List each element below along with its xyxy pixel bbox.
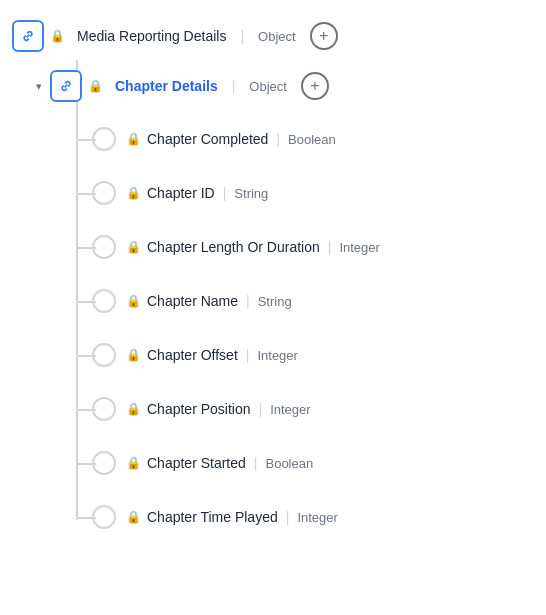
field-type-divider: | bbox=[223, 185, 227, 201]
media-reporting-divider: | bbox=[240, 28, 244, 44]
field-lock-icon: 🔒 bbox=[126, 456, 141, 470]
field-type-divider: | bbox=[254, 455, 258, 471]
field-type: Boolean bbox=[265, 456, 313, 471]
field-row: 🔒Chapter Offset|Integer bbox=[0, 328, 546, 382]
fields-list: 🔒Chapter Completed|Boolean🔒Chapter ID|St… bbox=[0, 112, 546, 544]
field-type-divider: | bbox=[286, 509, 290, 525]
field-row: 🔒Chapter Started|Boolean bbox=[0, 436, 546, 490]
chapter-details-link-btn[interactable] bbox=[50, 70, 82, 102]
field-label: Chapter Position bbox=[147, 401, 251, 417]
field-lock-icon: 🔒 bbox=[126, 240, 141, 254]
chapter-details-lock-icon: 🔒 bbox=[88, 79, 103, 93]
field-type-divider: | bbox=[328, 239, 332, 255]
field-type-divider: | bbox=[246, 347, 250, 363]
field-lock-icon: 🔒 bbox=[126, 348, 141, 362]
field-label: Chapter Name bbox=[147, 293, 238, 309]
chapter-details-divider: | bbox=[232, 78, 236, 94]
media-reporting-row: 🔒 Media Reporting Details | Object + bbox=[0, 12, 546, 60]
media-reporting-add-btn[interactable]: + bbox=[310, 22, 338, 50]
field-row: 🔒Chapter Length Or Duration|Integer bbox=[0, 220, 546, 274]
field-label: Chapter Completed bbox=[147, 131, 268, 147]
field-lock-icon: 🔒 bbox=[126, 186, 141, 200]
chapter-details-type: Object bbox=[249, 79, 287, 94]
field-type: Boolean bbox=[288, 132, 336, 147]
field-label: Chapter Started bbox=[147, 455, 246, 471]
media-reporting-type: Object bbox=[258, 29, 296, 44]
schema-tree: 🔒 Media Reporting Details | Object + ▾ 🔒… bbox=[0, 0, 546, 556]
field-lock-icon: 🔒 bbox=[126, 510, 141, 524]
chapter-details-add-btn[interactable]: + bbox=[301, 72, 329, 100]
field-label: Chapter Length Or Duration bbox=[147, 239, 320, 255]
media-reporting-lock-icon: 🔒 bbox=[50, 29, 65, 43]
media-reporting-link-btn[interactable] bbox=[12, 20, 44, 52]
field-type-divider: | bbox=[259, 401, 263, 417]
field-type: Integer bbox=[270, 402, 310, 417]
field-type: Integer bbox=[339, 240, 379, 255]
chapter-details-row: ▾ 🔒 Chapter Details | Object + bbox=[0, 60, 546, 112]
field-type-divider: | bbox=[246, 293, 250, 309]
field-row: 🔒Chapter Name|String bbox=[0, 274, 546, 328]
field-type: String bbox=[258, 294, 292, 309]
field-lock-icon: 🔒 bbox=[126, 294, 141, 308]
field-type-divider: | bbox=[276, 131, 280, 147]
field-type: Integer bbox=[257, 348, 297, 363]
field-row: 🔒Chapter Completed|Boolean bbox=[0, 112, 546, 166]
field-label: Chapter ID bbox=[147, 185, 215, 201]
field-row: 🔒Chapter Time Played|Integer bbox=[0, 490, 546, 544]
chapter-details-subtree: ▾ 🔒 Chapter Details | Object + 🔒Chapter … bbox=[0, 60, 546, 544]
field-label: Chapter Offset bbox=[147, 347, 238, 363]
chapter-details-chevron[interactable]: ▾ bbox=[36, 80, 42, 93]
field-label: Chapter Time Played bbox=[147, 509, 278, 525]
field-row: 🔒Chapter Position|Integer bbox=[0, 382, 546, 436]
chapter-details-label: Chapter Details bbox=[115, 78, 218, 94]
media-reporting-label: Media Reporting Details bbox=[77, 28, 226, 44]
field-lock-icon: 🔒 bbox=[126, 402, 141, 416]
field-row: 🔒Chapter ID|String bbox=[0, 166, 546, 220]
field-type: Integer bbox=[297, 510, 337, 525]
field-type: String bbox=[234, 186, 268, 201]
field-lock-icon: 🔒 bbox=[126, 132, 141, 146]
